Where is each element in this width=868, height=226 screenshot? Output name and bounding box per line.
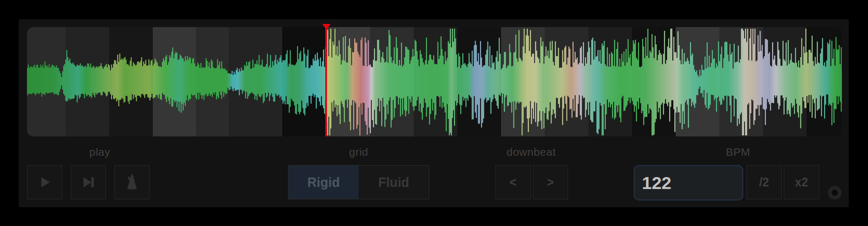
bpm-double-label: x2 xyxy=(795,175,808,190)
grid-mode-toggle: Rigid Fluid xyxy=(288,165,429,199)
app-window: play grid downbeat BPM xyxy=(0,0,868,226)
play-icon xyxy=(38,175,51,189)
skip-next-button[interactable] xyxy=(71,165,106,199)
downbeat-prev-button[interactable]: < xyxy=(495,165,531,199)
play-button[interactable] xyxy=(27,165,62,199)
bpm-section-label: BPM xyxy=(726,146,750,158)
metronome-button[interactable] xyxy=(114,165,150,199)
round-indicator-button[interactable] xyxy=(828,186,841,199)
chevron-right-icon: > xyxy=(547,175,554,190)
waveform-display[interactable] xyxy=(27,27,842,136)
playhead-marker-icon[interactable] xyxy=(322,24,331,30)
grid-option-fluid[interactable]: Fluid xyxy=(359,166,429,199)
chevron-left-icon: < xyxy=(509,175,516,190)
beat-editor-panel: play grid downbeat BPM xyxy=(19,19,849,207)
downbeat-next-button[interactable]: > xyxy=(533,165,568,199)
bpm-half-button[interactable]: /2 xyxy=(746,165,782,199)
play-section-label: play xyxy=(89,146,111,158)
grid-section-label: grid xyxy=(349,146,368,158)
metronome-icon xyxy=(124,174,140,191)
bpm-half-label: /2 xyxy=(759,175,769,190)
skip-next-icon xyxy=(81,175,96,189)
grid-option-rigid[interactable]: Rigid xyxy=(288,166,359,199)
bpm-double-button[interactable]: x2 xyxy=(784,165,819,199)
playhead-line[interactable] xyxy=(325,27,327,136)
downbeat-section-label: downbeat xyxy=(506,146,556,158)
bpm-input[interactable] xyxy=(634,165,743,200)
dot-icon xyxy=(832,190,838,196)
